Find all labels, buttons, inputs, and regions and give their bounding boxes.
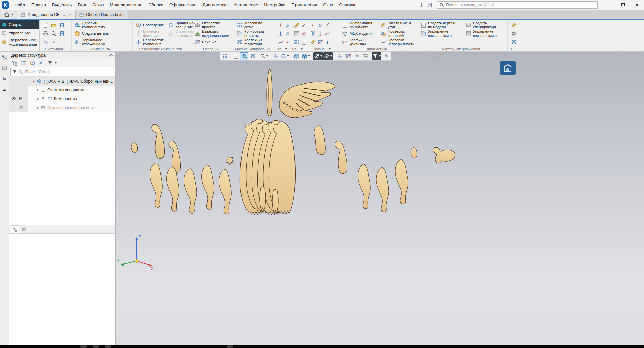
menu-applications[interactable]: Приложения	[288, 0, 320, 10]
ribbon-button-geometry-collection[interactable]: Коллекциягеометрии	[236, 38, 273, 46]
vp-measure-button[interactable]	[336, 52, 344, 60]
tree-list-view-button[interactable]	[20, 59, 28, 67]
ribbon-button-move-component[interactable]: Переместитькомпонент	[135, 38, 166, 46]
dim-sheet-button[interactable]	[300, 38, 308, 46]
chevron-down-icon[interactable]	[308, 55, 310, 57]
service-pencil-button[interactable]	[510, 21, 518, 29]
print-button[interactable]	[42, 30, 49, 38]
notation-point-button[interactable]	[309, 21, 317, 29]
service-gear-button[interactable]	[510, 30, 518, 38]
vp-component-mode-button[interactable]	[240, 52, 248, 60]
menu-modeling[interactable]: Моделирование	[107, 0, 145, 10]
ribbon-button-create-drawing[interactable]: Создать чертежпо модели	[420, 21, 464, 29]
tree-filter-view-button[interactable]	[46, 59, 54, 67]
notation-plane-button[interactable]	[316, 21, 324, 29]
collapse-arrow-icon[interactable]	[32, 81, 35, 82]
notation-axes-button[interactable]	[316, 30, 324, 38]
tab-assembly-view[interactable]: Р. вид полной СБ _... ×	[17, 10, 76, 19]
ribbon-button-manage-specifications[interactable]: Управлениесвязанными с...	[465, 29, 501, 38]
aux-curve-button[interactable]	[277, 38, 284, 46]
ribbon-button-cut-extrude[interactable]: Вырезатьвыдавливанием	[194, 29, 232, 38]
vp-component2-button[interactable]	[249, 52, 257, 60]
vp-zoom-button[interactable]	[259, 52, 269, 60]
app-logo-icon[interactable]: K	[2, 1, 9, 9]
pegasus-parts-model[interactable]: Z Y X	[116, 52, 644, 345]
aux-plane2-button[interactable]	[284, 30, 292, 38]
tree-clip-button[interactable]	[37, 59, 45, 67]
group-grip-icon[interactable]: ⋮	[188, 47, 191, 51]
menu-help[interactable]: Справка	[336, 0, 360, 10]
save-button[interactable]	[58, 21, 66, 29]
group-grip-icon[interactable]: ⋮	[68, 47, 71, 51]
open-document-button[interactable]	[50, 21, 58, 29]
undo-button[interactable]	[42, 38, 49, 46]
chevron-down-icon[interactable]	[55, 62, 57, 64]
dim-grid-button[interactable]	[293, 38, 301, 46]
chevron-down-icon[interactable]	[330, 55, 332, 57]
ribbon-button-create-specification[interactable]: Создатьспецификаци...	[465, 21, 501, 29]
group-grip-icon[interactable]: ⋮	[129, 47, 132, 51]
menu-management[interactable]: Управление	[231, 0, 261, 10]
vp-show-objects-button[interactable]	[323, 52, 333, 60]
menu-select[interactable]: Выделить	[49, 0, 75, 10]
menu-view[interactable]: Вид	[75, 0, 89, 10]
taskbar-icon[interactable]	[93, 345, 99, 348]
group-grip-icon[interactable]: ⋮	[271, 47, 274, 51]
tree-node-content[interactable]: (+)00.0 Р. В. (Тел-0, Сборочных единиц..…	[28, 77, 115, 86]
ribbon-button-continuity-check[interactable]: Проверканепрерывности	[379, 38, 415, 46]
dim-ruler-button[interactable]	[293, 21, 301, 29]
vp-section-view-button[interactable]	[344, 52, 352, 60]
group-grip-icon[interactable]: ⋮	[230, 47, 233, 51]
menu-settings[interactable]: Настройка	[261, 0, 288, 10]
menu-window[interactable]: Окно	[320, 0, 336, 10]
tree-node-content[interactable]: Исключенные из расчета	[28, 103, 115, 112]
vp-hide-objects-button[interactable]	[313, 52, 323, 60]
dim-graph-button[interactable]	[300, 30, 308, 38]
taskbar-icon[interactable]	[227, 345, 233, 348]
eye-off-icon[interactable]	[19, 105, 23, 110]
tree-search-box[interactable]	[10, 68, 114, 76]
ribbon-button-simple-hole[interactable]: Отверстиепростое	[194, 21, 232, 29]
vp-orientation-button[interactable]	[301, 52, 311, 60]
filter-funnel-icon[interactable]	[12, 70, 17, 74]
vp-sheet-button[interactable]	[232, 52, 240, 60]
ribbon-button-curvature-graph[interactable]: Графиккривизны	[341, 38, 379, 46]
panel-menu-button[interactable]: ≡	[1, 86, 8, 93]
redo-button[interactable]	[50, 38, 58, 46]
tree-search-input[interactable]	[25, 70, 112, 74]
structure-tab[interactable]	[11, 225, 19, 233]
expand-arrow-icon[interactable]	[37, 106, 39, 109]
ribbon-button-rotation-rotation[interactable]: Вращение-вращение	[167, 21, 196, 29]
eye-icon[interactable]	[11, 96, 16, 101]
chevron-down-icon[interactable]	[320, 55, 322, 57]
aux-point2-button[interactable]	[284, 38, 292, 46]
menu-file[interactable]: Файл	[11, 0, 28, 10]
ribbon-button-distance-angle[interactable]: Расстояние иугол	[379, 21, 415, 29]
tree-node-content[interactable]: Системы координат	[28, 86, 115, 94]
tree-node-excluded[interactable]: Исключенные из расчета	[9, 103, 115, 112]
ribbon-button-copy-objects[interactable]: Копироватьобъекты	[236, 29, 273, 38]
menu-assembly[interactable]: Сборка	[145, 0, 166, 10]
tab-assembly-pegasus[interactable]: Сборка Пегаса без...	[76, 10, 128, 19]
tree-node-root[interactable]: (+)00.0 Р. В. (Тел-0, Сборочных единиц..…	[9, 77, 115, 86]
vp-grid-button[interactable]	[221, 52, 229, 60]
mode-management[interactable]: Управление	[0, 29, 39, 37]
tree-relations-button[interactable]	[29, 59, 36, 67]
ribbon-button-grid-array[interactable]: Массив посетке	[236, 21, 273, 29]
chevron-down-icon[interactable]	[379, 55, 381, 57]
aux-plane-button[interactable]	[284, 21, 292, 29]
ribbon-button-section[interactable]: Сечение	[194, 38, 232, 46]
chevron-down-icon[interactable]	[287, 55, 289, 57]
aux-axes-button[interactable]	[277, 30, 284, 38]
panels-icon[interactable]	[425, 1, 433, 9]
taskbar-icon[interactable]	[105, 345, 111, 348]
element-of-icon[interactable]: ∈	[19, 96, 22, 101]
notation-section-button[interactable]	[316, 38, 324, 46]
vp-filter-button[interactable]	[372, 52, 381, 60]
tree-structure-view-button[interactable]	[11, 59, 19, 67]
taskbar-icon[interactable]	[80, 345, 87, 348]
tree-node-coordinate-systems[interactable]: Системы координат	[9, 86, 115, 94]
dim-angle-button[interactable]	[300, 21, 308, 29]
tree-node-components[interactable]: ∈ Компоненты	[9, 94, 115, 103]
ribbon-button-manage-drawings[interactable]: Управлениесвязанными ч...	[420, 29, 464, 38]
